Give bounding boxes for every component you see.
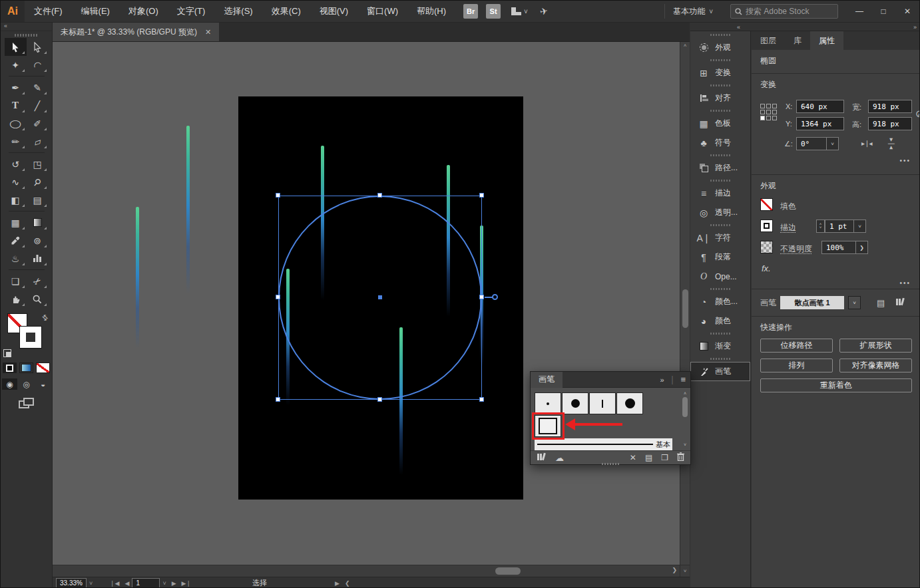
maximize-button[interactable]: □ xyxy=(871,3,895,19)
close-button[interactable]: ✕ xyxy=(895,3,919,19)
zoom-tool[interactable] xyxy=(27,290,49,308)
dock-item-symbols[interactable]: ♣符号 xyxy=(690,133,750,152)
magic-wand-tool[interactable]: ✦ xyxy=(5,56,27,74)
status-back-icon[interactable]: ❮ xyxy=(342,580,353,587)
dock-item-transform[interactable]: ⊞变换 xyxy=(690,63,750,82)
draw-behind-button[interactable]: ◎ xyxy=(19,378,34,390)
brush-libraries-icon[interactable] xyxy=(895,297,905,308)
scale-tool[interactable]: ◳ xyxy=(27,155,49,173)
reference-point-selector[interactable] xyxy=(760,104,777,120)
selection-handle-ne[interactable] xyxy=(479,193,484,198)
stroke-label[interactable]: 描边 xyxy=(780,222,796,233)
flip-horizontal-icon[interactable]: ▸❘◂ xyxy=(861,140,871,147)
dock-item-align[interactable]: 对齐 xyxy=(690,88,750,108)
scroll-right-icon[interactable]: ❯ xyxy=(672,567,677,573)
angle-dropdown-icon[interactable]: ˅ xyxy=(827,137,839,150)
stock-button[interactable]: St xyxy=(486,4,501,19)
expand-shape-button[interactable]: 扩展形状 xyxy=(839,339,912,353)
rotate-tool[interactable]: ↺ xyxy=(5,155,27,173)
dock-grip[interactable] xyxy=(690,178,750,184)
dock-item-character[interactable]: A❘字符 xyxy=(690,228,750,247)
menu-view[interactable]: 视图(V) xyxy=(310,5,357,17)
color-button[interactable] xyxy=(3,363,17,373)
menu-help[interactable]: 帮助(H) xyxy=(407,5,455,17)
options-selected-object-icon[interactable]: ▤ xyxy=(645,453,652,462)
scroll-down-icon[interactable]: ˅ xyxy=(684,442,686,447)
brushes-scroll-thumb[interactable] xyxy=(682,397,688,417)
delete-brush-icon[interactable] xyxy=(677,452,684,463)
artboard-dropdown-icon[interactable]: ˅ xyxy=(160,580,168,587)
align-pixel-grid-button[interactable]: 对齐像素网格 xyxy=(839,359,912,372)
horizontal-scrollbar[interactable]: ❯ xyxy=(53,565,680,577)
angle-field[interactable]: 0° xyxy=(796,137,827,150)
brush-select[interactable]: 散点画笔 1 xyxy=(780,296,844,309)
stroke-weight-stepper[interactable]: ˄˅ xyxy=(816,220,825,233)
selection-handle-se[interactable] xyxy=(479,397,484,402)
brush-dropdown-icon[interactable]: ˅ xyxy=(848,296,861,309)
remove-brush-stroke-icon[interactable]: ✕ xyxy=(630,453,636,462)
vertical-scrollbar[interactable]: ˄ xyxy=(680,42,690,565)
brushes-scrollbar[interactable]: ˄ ˅ xyxy=(681,391,689,447)
document-tab[interactable]: 未标题-1* @ 33.33% (RGB/GPU 预览) ✕ xyxy=(53,23,219,41)
selection-handle-sw[interactable] xyxy=(276,397,280,402)
shape-builder-tool[interactable]: ◧ xyxy=(5,191,27,209)
brush-swatch-dot-medium[interactable] xyxy=(562,392,588,414)
dock-grip[interactable] xyxy=(690,32,750,38)
transform-more-options[interactable]: ••• xyxy=(899,157,911,164)
dock-item-opentype[interactable]: OOpe... xyxy=(690,267,750,286)
brush-options-icon[interactable]: ▤ xyxy=(877,298,885,308)
dock-grip[interactable] xyxy=(690,356,750,362)
scroll-down-icon[interactable]: ˅ xyxy=(680,565,690,577)
paintbrush-tool[interactable]: ✐ xyxy=(27,114,49,132)
tab-layers[interactable]: 图层 xyxy=(752,31,785,50)
dock-grip[interactable] xyxy=(690,57,750,63)
brushes-panel-titlebar[interactable]: 画笔 » ❘ ≡ xyxy=(531,372,690,388)
menu-select[interactable]: 选择(S) xyxy=(214,5,262,17)
scroll-up-icon[interactable]: ˄ xyxy=(684,391,686,396)
zoom-dropdown-icon[interactable]: ˅ xyxy=(87,580,95,587)
hand-tool[interactable] xyxy=(5,290,27,308)
recolor-button[interactable]: 重新着色 xyxy=(760,378,912,392)
none-button[interactable] xyxy=(36,363,50,373)
dock-grip[interactable] xyxy=(690,82,750,88)
menu-object[interactable]: 对象(O) xyxy=(119,5,168,17)
dock-grip[interactable] xyxy=(690,286,750,292)
dock-item-paragraph[interactable]: ¶段落 xyxy=(690,247,750,267)
dock-item-brushes[interactable]: 画笔 xyxy=(690,362,750,381)
vertical-scroll-thumb[interactable] xyxy=(682,289,688,328)
menu-window[interactable]: 窗口(W) xyxy=(357,5,407,17)
draw-normal-button[interactable]: ◉ xyxy=(2,378,17,390)
canvas[interactable] xyxy=(53,42,680,565)
dock-item-gradient[interactable]: 渐变 xyxy=(690,337,750,356)
tools-grip[interactable] xyxy=(15,34,39,37)
constrain-proportions-icon[interactable]: ⊘ xyxy=(914,106,920,120)
arrange-documents-button[interactable]: ˅ xyxy=(511,7,528,15)
dock-expand-icon[interactable]: » xyxy=(913,24,917,31)
new-brush-icon[interactable]: ❒ xyxy=(661,453,668,462)
brush-swatch-basic[interactable]: 基本 xyxy=(535,438,672,450)
shaper-tool[interactable]: ✏ xyxy=(5,132,27,150)
type-tool[interactable]: T xyxy=(5,96,27,114)
next-artboard-icon[interactable]: ▶ xyxy=(169,580,179,587)
opacity-label[interactable]: 不透明度 xyxy=(780,243,812,255)
perspective-grid-tool[interactable]: ▤ xyxy=(27,191,49,209)
width-tool[interactable]: ∿ xyxy=(5,173,27,191)
appearance-more-options[interactable]: ••• xyxy=(899,279,911,287)
ellipse-tool[interactable]: ◯ xyxy=(5,114,27,132)
menu-file[interactable]: 文件(F) xyxy=(25,5,72,17)
selection-handle-e[interactable] xyxy=(479,295,484,299)
symbol-sprayer-tool[interactable]: ♨ xyxy=(5,249,27,267)
brush-swatch-line[interactable] xyxy=(589,392,616,414)
stroke-weight-dropdown-icon[interactable]: ˅ xyxy=(854,220,866,233)
opacity-more-icon[interactable]: ❯ xyxy=(856,241,868,254)
arrange-button[interactable]: 排列 xyxy=(760,359,833,372)
dock-item-color-guide[interactable]: ◔颜色... xyxy=(690,292,750,311)
horizontal-scroll-thumb[interactable] xyxy=(495,567,521,575)
default-fill-stroke-icon[interactable] xyxy=(3,349,11,357)
selection-tool[interactable] xyxy=(5,38,27,56)
opacity-swatch[interactable] xyxy=(760,241,773,253)
gradient-tool[interactable] xyxy=(27,214,49,231)
selection-handle-s[interactable] xyxy=(377,397,382,402)
direct-selection-tool[interactable] xyxy=(27,38,49,56)
brush-swatch-dot-small[interactable] xyxy=(535,392,561,414)
